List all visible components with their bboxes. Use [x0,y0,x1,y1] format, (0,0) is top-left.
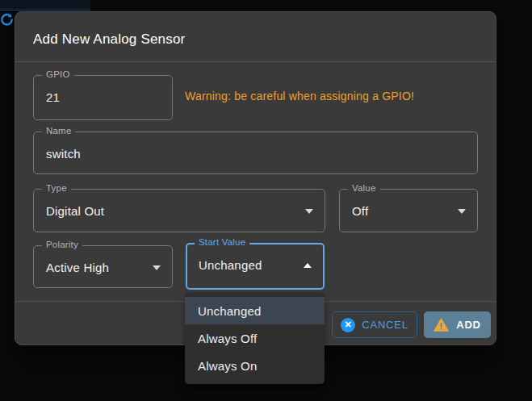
polarity-select-value: Active High [46,261,109,274]
polarity-select[interactable]: Polarity Active High [33,245,173,288]
refresh-icon [0,13,14,27]
cancel-button-label: CANCEL [362,319,408,331]
cancel-button[interactable]: ✕ CANCEL [332,311,417,338]
name-field[interactable]: Name switch [33,132,478,174]
start-value-select[interactable]: Start Value Unchanged [186,243,325,290]
warning-triangle-icon [434,318,449,332]
type-select-value: Digital Out [46,204,104,218]
start-value-select-value: Unchanged [199,258,262,272]
name-field-value: switch [46,147,81,161]
name-field-label: Name [42,126,75,136]
header-divider [15,61,496,62]
value-select[interactable]: Value Off [339,189,478,232]
gpio-field[interactable]: GPIO 21 [33,75,173,120]
gpio-field-value: 21 [46,90,60,104]
menu-item-unchanged[interactable]: Unchanged [185,297,325,324]
add-button[interactable]: ADD [424,311,491,338]
background-toolbar-fragment [0,0,90,10]
dialog-title: Add New Analog Sensor [33,31,186,48]
start-value-select-label: Start Value [195,237,249,247]
type-select-label: Type [42,183,71,193]
menu-item-always-on[interactable]: Always On [185,352,325,379]
chevron-down-icon [458,209,466,214]
add-button-label: ADD [456,319,481,331]
gpio-field-label: GPIO [42,69,74,79]
chevron-up-icon [304,263,312,268]
chevron-down-icon [305,209,313,214]
value-select-label: Value [348,183,380,193]
polarity-select-label: Polarity [42,240,82,249]
gpio-warning-text: Warning: be careful when assigning a GPI… [185,90,414,102]
start-value-dropdown-menu: Unchanged Always Off Always On [185,292,325,384]
x-circle-icon: ✕ [341,318,355,332]
type-select[interactable]: Type Digital Out [33,189,325,232]
chevron-down-icon [153,265,161,270]
menu-item-always-off[interactable]: Always Off [185,324,325,352]
value-select-value: Off [352,204,368,218]
